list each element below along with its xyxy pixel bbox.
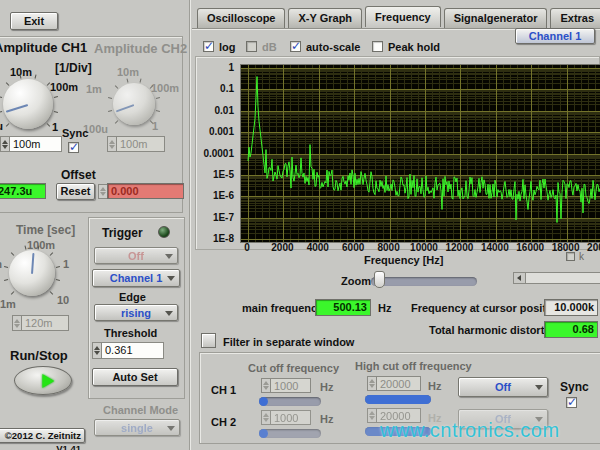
filter-ch1-lowcut-unit: Hz <box>320 381 333 393</box>
channel-select-button[interactable]: Channel 1 <box>515 28 595 44</box>
x-tick-14000: 14000 <box>475 242 515 253</box>
y-tick-1E-6: 1E-6 <box>200 190 234 201</box>
cursor-frequency-display: 10.000k <box>544 299 598 316</box>
x-axis-title: Frequency [Hz] <box>364 254 443 266</box>
tab-extras[interactable]: Extras <box>550 8 600 28</box>
filter-ch2-label: CH 2 <box>211 416 236 428</box>
runstop-led-icon <box>42 374 54 388</box>
filter-ch1-label: CH 1 <box>211 384 236 396</box>
axis-log-checkbox[interactable] <box>566 252 575 261</box>
main-frequency-label: main frequency <box>242 302 323 314</box>
x-scrollbar[interactable] <box>513 272 600 284</box>
time-label: Time [sec] <box>16 223 75 237</box>
amp1-scale-1: 1 <box>52 121 58 133</box>
highcut-header: High cut off frequency <box>355 360 472 372</box>
zoom-slider-thumb[interactable] <box>374 271 385 288</box>
x-tick-16000: 16000 <box>510 242 550 253</box>
x-tick-8000: 8000 <box>369 242 409 253</box>
channel-mode-dropdown[interactable]: single <box>94 419 180 436</box>
tab-signalgenerator[interactable]: Signalgenerator <box>444 8 548 28</box>
lowcut-header: Cut off frequency <box>248 362 339 374</box>
watermark: www.cntronics.com <box>380 419 560 442</box>
trigger-led <box>158 226 170 238</box>
threshold-label: Threshold <box>104 327 157 339</box>
amplitude-ch2-knob[interactable] <box>113 83 155 125</box>
cursor-frequency-label: Frequency at cursor position <box>411 302 563 314</box>
tab-oscilloscope[interactable]: Oscilloscope <box>197 8 285 28</box>
scrollbar-left-arrow-icon[interactable] <box>514 273 526 283</box>
spectrum-plot[interactable] <box>240 64 600 243</box>
offset-ch1-display: 247.3u <box>0 183 46 199</box>
amplitude-ch1-knob[interactable] <box>3 79 53 129</box>
filter-sync-label: Sync <box>560 380 589 394</box>
time-scale-10m: 10m <box>0 258 2 270</box>
zoom-label: Zoom <box>341 275 371 287</box>
amplitude-ch2-title: Amplitude CH2 <box>94 41 187 56</box>
checkbox-label-db: dB <box>262 41 277 53</box>
tab-frequency[interactable]: Frequency <box>365 6 441 27</box>
y-tick-1E-5: 1E-5 <box>200 169 234 180</box>
axis-log-checkbox-label: k <box>579 251 584 262</box>
trigger-mode-dropdown[interactable]: Off <box>94 247 178 264</box>
checkbox-peak-hold[interactable] <box>372 41 383 52</box>
y-tick-1E-7: 1E-7 <box>200 212 234 223</box>
exit-button[interactable]: Exit <box>10 12 58 30</box>
offset-label: Offset <box>61 168 96 182</box>
checkbox-label-log: log <box>219 41 236 53</box>
edge-dropdown[interactable]: rising <box>94 304 178 321</box>
y-tick-1: 1 <box>200 62 234 73</box>
amplitude-unit-label: [1/Div] <box>55 61 92 75</box>
filter-ch1-highcut-slider[interactable] <box>365 395 431 404</box>
checkbox-log[interactable] <box>203 41 214 52</box>
runstop-button[interactable] <box>14 366 72 395</box>
filter-ch1-lowcut-slider[interactable] <box>259 397 321 406</box>
main-frequency-display: 500.13 <box>315 299 371 316</box>
x-tick-2000: 2000 <box>262 242 302 253</box>
amp2-scale-10m: 10m <box>117 66 139 78</box>
checkbox-label-peak-hold: Peak hold <box>388 41 440 53</box>
threshold-value[interactable]: 0.361 <box>92 342 164 359</box>
time-value[interactable]: 120m <box>12 315 69 331</box>
filter-separate-checkbox[interactable] <box>201 333 216 348</box>
sync-amp-checkbox[interactable] <box>68 142 79 153</box>
amplitude-ch1-value[interactable]: 100m <box>0 136 62 152</box>
channel-mode-label: Channel Mode <box>103 404 178 416</box>
amplitude-ch2-value[interactable]: 100m <box>107 136 165 152</box>
amp1-scale-100u: 100u <box>0 120 3 132</box>
filter-ch2-lowcut-slider[interactable] <box>259 429 321 438</box>
tab-x-y-graph[interactable]: X-Y Graph <box>288 8 362 28</box>
trigger-channel-dropdown[interactable]: Channel 1 <box>92 269 180 287</box>
x-tick-12000: 12000 <box>439 242 479 253</box>
filter-ch1-lowcut-value[interactable]: 1000 <box>261 378 311 393</box>
amp1-scale-100m: 100m <box>50 81 78 93</box>
x-tick-0: 0 <box>227 242 267 253</box>
filter-ch2-lowcut-unit: Hz <box>320 413 333 425</box>
offset-ch2-spinner-arrows[interactable] <box>98 184 107 199</box>
filter-separate-label: Filter in separate window <box>223 336 354 348</box>
filter-ch2-lowcut-value[interactable]: 1000 <box>261 410 311 425</box>
filter-sync-checkbox[interactable] <box>566 397 577 408</box>
x-tick-4000: 4000 <box>298 242 338 253</box>
offset-reset-button[interactable]: Reset <box>56 183 95 200</box>
amp2-scale-100m: 100m <box>151 82 179 94</box>
runstop-label: Run/Stop <box>10 348 68 363</box>
time-knob[interactable] <box>9 250 55 296</box>
sync-amp-label: Sync <box>62 127 88 139</box>
zoom-slider[interactable] <box>371 277 477 286</box>
checkbox-db[interactable] <box>246 41 257 52</box>
filter-ch1-highcut-unit: Hz <box>428 380 441 392</box>
left-panel: Exit Amplitude CH1 [1/Div] 10m 100m 1 10… <box>0 0 190 450</box>
time-scale-10: 10 <box>57 294 69 306</box>
y-tick-0.0001: 0.0001 <box>200 148 234 159</box>
trigger-title: Trigger <box>102 226 143 240</box>
edge-label: Edge <box>119 291 146 303</box>
checkbox-auto-scale[interactable] <box>290 41 301 52</box>
filter-ch1-mode-dropdown[interactable]: Off <box>458 377 548 397</box>
thd-display: 0.68 <box>544 321 598 338</box>
autoset-button[interactable]: Auto Set <box>92 368 178 386</box>
offset-ch2-display: 0.000 <box>107 183 184 199</box>
y-tick-0.001: 0.001 <box>200 126 234 137</box>
filter-ch1-highcut-value[interactable]: 20000 <box>367 376 421 391</box>
time-scale-1: 1 <box>63 258 69 270</box>
version-box: ©2012 C. Zeitnitz V1.41 <box>0 428 85 443</box>
